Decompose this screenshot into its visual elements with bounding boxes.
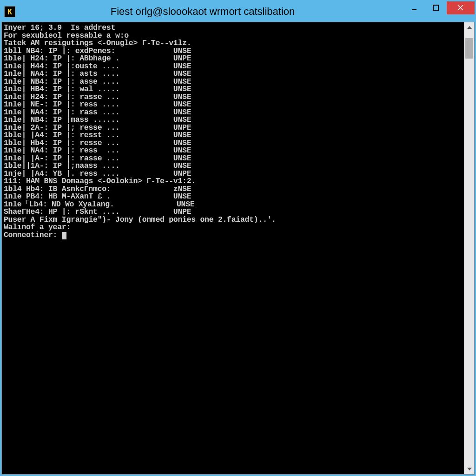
scroll-up-button[interactable] (464, 22, 474, 33)
close-icon (457, 5, 464, 11)
maximize-button[interactable] (425, 1, 447, 14)
svg-rect-1 (433, 5, 438, 10)
maximize-icon (433, 5, 439, 11)
cursor (62, 232, 66, 239)
close-button[interactable] (447, 1, 475, 14)
window-controls (404, 1, 475, 22)
chevron-up-icon (467, 26, 472, 29)
terminal-prompt: Walınof a year: (4, 224, 462, 231)
scroll-down-button[interactable] (464, 464, 474, 474)
titlebar: K Fiest orlg@sloookaot wrmort catslibati… (1, 1, 475, 22)
minimize-button[interactable] (404, 1, 425, 14)
terminal-line: Puser A Fixm Igrangie")- Jony (onmed pon… (4, 216, 462, 224)
terminal-prompt: Conneotiner: (4, 231, 462, 239)
scroll-track[interactable] (464, 33, 474, 464)
chevron-down-icon (467, 468, 472, 470)
minimize-icon (411, 5, 418, 11)
window-title: Fiest orlg@sloookaot wrmort catslibation (20, 6, 404, 18)
app-icon: K (4, 6, 15, 17)
terminal-output[interactable]: Inyer 16; 3.9 Is addrestFor sexubieol re… (2, 22, 464, 474)
content-area: Inyer 16; 3.9 Is addrestFor sexubieol re… (1, 22, 475, 475)
scrollbar[interactable] (464, 22, 474, 474)
window: K Fiest orlg@sloookaot wrmort catslibati… (1, 1, 475, 475)
scroll-thumb[interactable] (465, 38, 473, 59)
